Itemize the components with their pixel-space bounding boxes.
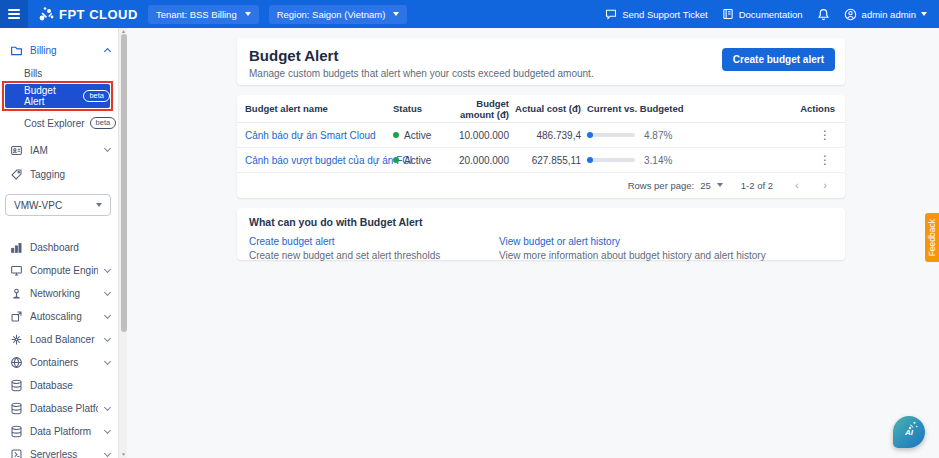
sidebar-item-containers[interactable]: Containers: [0, 351, 118, 374]
hamburger-menu-button[interactable]: [0, 0, 28, 28]
autoscaling-icon: [10, 310, 23, 323]
budget-amount-value: 20.000.000: [453, 155, 515, 166]
fpt-cloud-logo: FPT CLOUD: [38, 6, 138, 22]
status-active-dot: [393, 132, 399, 138]
pagination-range: 1-2 of 2: [741, 180, 773, 191]
documentation-icon: [722, 8, 734, 20]
pagination-next-button[interactable]: ›: [819, 179, 831, 191]
beta-badge: beta: [90, 117, 117, 129]
scroll-down-arrow[interactable]: ▼: [121, 452, 126, 457]
iam-icon: [10, 144, 23, 157]
sidebar-item-dashboard[interactable]: Dashboard: [0, 236, 118, 259]
chevron-down-icon: [393, 12, 399, 16]
col-current-vs-budgeted: Current vs. Budgeted: [587, 103, 699, 114]
progress-dot: [587, 132, 593, 138]
sidebar-item-budget-alert[interactable]: Budget Alert beta: [5, 84, 110, 108]
notifications-button[interactable]: [817, 8, 830, 21]
view-budget-history-link[interactable]: View budget or alert history: [499, 236, 833, 247]
sidebar-item-tagging[interactable]: Tagging: [0, 162, 118, 186]
tagging-icon: [10, 168, 23, 181]
table-pagination: Rows per page: 25 1-2 of 2 ‹ ›: [237, 173, 845, 197]
sidebar-item-database-platform[interactable]: Database Platform: [0, 397, 118, 420]
hamburger-icon: [8, 9, 20, 19]
sidebar-item-data-platform[interactable]: Data Platform: [0, 420, 118, 443]
status-active-dot: [393, 157, 399, 163]
chevron-down-icon: [104, 288, 111, 295]
load-balancer-icon: [10, 333, 23, 346]
pagination-prev-button[interactable]: ‹: [791, 179, 803, 191]
user-menu[interactable]: admin admin: [844, 8, 927, 21]
main-content: Budget Alert Manage custom budgets that …: [128, 28, 939, 458]
budget-amount-value: 10.000.000: [453, 130, 515, 141]
sidebar-nav: Billing Bills Budget Alert beta Cost Exp…: [0, 28, 118, 458]
vpc-select[interactable]: VMW-VPC: [5, 194, 111, 216]
tenant-selector[interactable]: Tenant: BSS Billing: [148, 5, 259, 24]
sidebar-item-compute-engine[interactable]: Compute Engine: [0, 259, 118, 282]
chevron-down-icon: [245, 12, 251, 16]
sidebar-item-iam[interactable]: IAM: [0, 138, 118, 162]
chevron-down-icon: [104, 449, 111, 456]
help-card: What can you do with Budget Alert Create…: [237, 208, 845, 260]
help-description: View more information about budget histo…: [499, 250, 833, 261]
rows-per-page-value: 25: [700, 180, 711, 191]
compute-engine-icon: [10, 264, 23, 277]
create-budget-alert-button[interactable]: Create budget alert: [722, 48, 835, 71]
beta-badge: beta: [83, 90, 110, 102]
alert-name-link[interactable]: Cảnh báo vượt bugdet của dự án FCI: [245, 155, 412, 166]
chevron-down-icon: [104, 403, 111, 410]
table-row: Cảnh báo vượt bugdet của dự án FCI Activ…: [237, 148, 845, 173]
chevron-down-icon: [104, 145, 111, 152]
sidebar-item-cost-explorer[interactable]: Cost Explorer beta: [0, 112, 118, 134]
sidebar-item-autoscaling[interactable]: Autoscaling: [0, 305, 118, 328]
progress-dot: [587, 157, 593, 163]
chevron-down-icon: [104, 334, 111, 341]
col-status: Status: [393, 103, 453, 114]
status-label: Active: [404, 155, 431, 166]
bell-icon: [817, 8, 830, 21]
progress-percent: 3.14%: [644, 155, 672, 166]
region-selector[interactable]: Region: Saigon (Vietnam): [269, 5, 408, 24]
chevron-up-icon: [104, 48, 111, 55]
sidebar-item-bills[interactable]: Bills: [0, 62, 118, 84]
chevron-down-icon: [104, 357, 111, 364]
col-budget-alert-name: Budget alert name: [245, 103, 393, 114]
billing-icon: [10, 44, 23, 57]
help-description: Create new budget and set alert threshol…: [249, 250, 499, 261]
table-row: Cảnh báo dự án Smart Cloud Active 10.000…: [237, 123, 845, 148]
sidebar-item-serverless[interactable]: Serverless: [0, 443, 118, 458]
scrollbar-thumb[interactable]: [121, 34, 127, 332]
table-header-row: Budget alert name Status Budget amount (…: [237, 95, 845, 123]
serverless-icon: [10, 448, 23, 458]
top-header-bar: FPT CLOUD Tenant: BSS Billing Region: Sa…: [0, 0, 939, 28]
containers-icon: [10, 356, 23, 369]
create-budget-alert-link[interactable]: Create budget alert: [249, 236, 499, 247]
alert-name-link[interactable]: Cảnh báo dự án Smart Cloud: [245, 130, 376, 141]
logo-text: FPT CLOUD: [59, 7, 138, 22]
database-platform-icon: [10, 402, 23, 415]
sidebar-item-load-balancer[interactable]: Load Balancer: [0, 328, 118, 351]
rows-per-page-select[interactable]: Rows per page: 25: [628, 180, 723, 191]
user-avatar-icon: [844, 8, 857, 21]
help-item: Create budget alert Create new budget an…: [249, 236, 499, 261]
fpt-logo-icon: [38, 6, 54, 22]
sidebar-item-database[interactable]: Database: [0, 374, 118, 397]
chevron-down-icon: [96, 203, 102, 207]
documentation-button[interactable]: Documentation: [722, 8, 803, 20]
row-actions-kebab-icon[interactable]: ⋮: [815, 153, 835, 167]
chevron-down-icon: [104, 426, 111, 433]
dashboard-icon: [10, 241, 23, 254]
database-icon: [10, 379, 23, 392]
send-support-ticket-button[interactable]: Send Support Ticket: [605, 8, 708, 20]
help-title: What can you do with Budget Alert: [249, 216, 833, 228]
feedback-tab-button[interactable]: Feedback: [925, 213, 939, 262]
sidebar-item-networking[interactable]: Networking: [0, 282, 118, 305]
progress-track: [587, 158, 635, 162]
progress-percent: 4.87%: [644, 130, 672, 141]
col-budget-amount: Budget amount (đ): [453, 98, 515, 120]
ai-chat-fab-button[interactable]: AI: [893, 416, 925, 448]
ai-molecule-icon: AI: [905, 428, 913, 437]
sidebar-item-billing[interactable]: Billing: [0, 38, 118, 62]
sidebar-scrollbar[interactable]: ▲ ▼: [118, 28, 127, 458]
row-actions-kebab-icon[interactable]: ⋮: [815, 128, 835, 142]
chevron-down-icon: [921, 12, 927, 16]
